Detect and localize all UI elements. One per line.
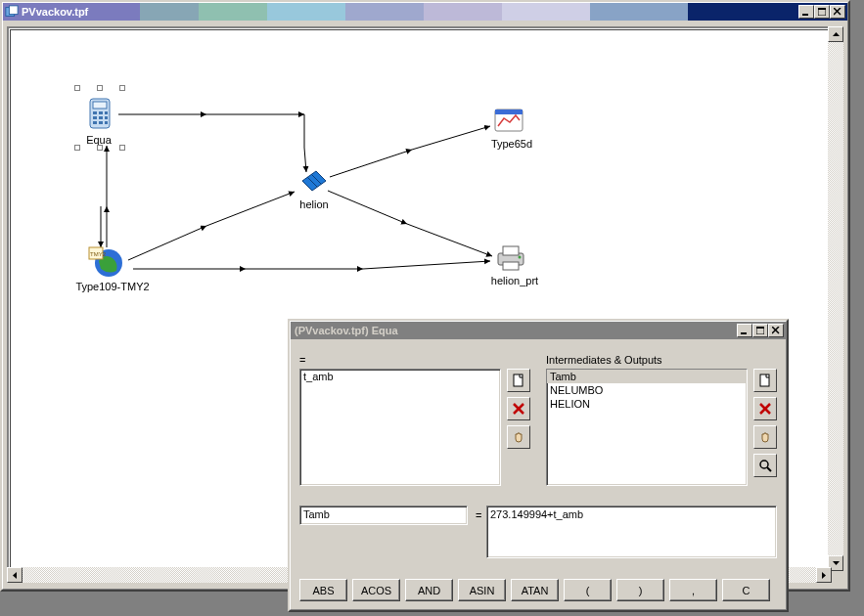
- equa-close-button[interactable]: [768, 324, 784, 337]
- fn-atan-button[interactable]: ATAN: [511, 579, 559, 601]
- svg-marker-46: [833, 32, 840, 36]
- svg-line-57: [514, 404, 523, 414]
- svg-rect-31: [93, 121, 97, 124]
- svg-rect-4: [818, 8, 826, 10]
- node-type109-label: Type109-TMY2: [64, 281, 161, 292]
- globe-icon: TMY2: [87, 243, 126, 279]
- node-helion-prt-label: helion_prt: [480, 275, 549, 286]
- fn-rparen-button[interactable]: ): [616, 579, 664, 601]
- new-input-button[interactable]: [507, 369, 530, 392]
- page-icon: [758, 374, 772, 387]
- hand-icon: [758, 430, 772, 444]
- list-item[interactable]: HELION: [547, 397, 747, 411]
- scroll-right-button[interactable]: [816, 567, 832, 583]
- svg-line-59: [760, 404, 770, 414]
- svg-rect-58: [760, 374, 769, 386]
- svg-rect-43: [503, 246, 519, 255]
- node-helion-label: helion: [293, 198, 336, 210]
- svg-rect-32: [99, 121, 103, 124]
- svg-line-18: [363, 261, 490, 269]
- svg-rect-52: [756, 327, 764, 329]
- svg-rect-33: [105, 121, 108, 124]
- delete-input-button[interactable]: [507, 397, 530, 420]
- svg-marker-49: [822, 572, 826, 579]
- svg-rect-29: [99, 116, 103, 119]
- scroll-up-button[interactable]: [828, 26, 843, 42]
- svg-marker-48: [13, 572, 17, 579]
- scroll-left-button[interactable]: [7, 567, 23, 583]
- fn-comma-button[interactable]: ,: [669, 579, 717, 601]
- chart-icon: [492, 107, 525, 136]
- inputs-listbox[interactable]: t_amb: [299, 369, 501, 486]
- svg-rect-24: [93, 102, 107, 109]
- svg-line-22: [407, 224, 492, 256]
- svg-marker-47: [833, 561, 840, 565]
- svg-line-15: [206, 192, 295, 226]
- svg-rect-51: [756, 327, 764, 334]
- equa-window: (PVvackov.tpf) Equa = t_amb Intermediate…: [288, 319, 789, 612]
- edit-input-button[interactable]: [507, 425, 530, 449]
- equa-maximize-button[interactable]: [752, 324, 768, 337]
- equa-titlebar[interactable]: (PVvackov.tpf) Equa: [291, 322, 786, 339]
- svg-text:TMY2: TMY2: [90, 251, 107, 257]
- svg-rect-44: [503, 262, 519, 270]
- svg-rect-28: [93, 116, 97, 119]
- list-item[interactable]: NELUMBO: [547, 383, 747, 397]
- panel-icon: [296, 167, 332, 198]
- equa-title: (PVvackov.tpf) Equa: [295, 325, 398, 336]
- list-item[interactable]: Tamb: [547, 370, 747, 383]
- list-item[interactable]: t_amb: [300, 370, 500, 383]
- svg-rect-3: [818, 8, 826, 16]
- minimize-button[interactable]: [798, 5, 814, 19]
- svg-rect-55: [514, 374, 523, 386]
- scroll-track[interactable]: [828, 42, 843, 555]
- inputs-label: =: [299, 354, 305, 366]
- close-button[interactable]: [830, 5, 845, 19]
- selection-handle[interactable]: [74, 145, 80, 151]
- selection-handle[interactable]: [119, 85, 125, 91]
- svg-line-62: [767, 467, 771, 471]
- selection-handle[interactable]: [74, 85, 80, 91]
- main-titlebar[interactable]: PVvackov.tpf: [3, 3, 847, 21]
- printer-icon: [494, 243, 527, 273]
- selection-handle[interactable]: [97, 145, 103, 151]
- equa-minimize-button[interactable]: [737, 324, 752, 337]
- fn-lparen-button[interactable]: (: [564, 579, 612, 601]
- selection-handle[interactable]: [97, 85, 103, 91]
- node-type65d-label: Type65d: [482, 138, 541, 150]
- delete-output-button[interactable]: [753, 397, 777, 420]
- new-output-button[interactable]: [753, 369, 777, 392]
- x-icon: [759, 403, 771, 415]
- maximize-button[interactable]: [814, 5, 830, 19]
- fn-clear-button[interactable]: C: [722, 579, 770, 601]
- vertical-scrollbar[interactable]: [828, 26, 843, 571]
- svg-line-6: [834, 8, 841, 15]
- calculator-icon: [85, 97, 114, 132]
- fn-abs-button[interactable]: ABS: [299, 579, 347, 601]
- svg-rect-1: [9, 6, 18, 15]
- search-icon: [758, 459, 772, 472]
- app-icon: [5, 5, 19, 19]
- x-icon: [513, 403, 524, 415]
- fn-and-button[interactable]: AND: [405, 579, 453, 601]
- expr-equals-label: =: [476, 509, 481, 521]
- expression-input[interactable]: 273.149994+t_amb: [486, 506, 777, 558]
- svg-line-21: [328, 191, 407, 224]
- svg-line-19: [330, 150, 412, 177]
- variable-name-input[interactable]: Tamb: [299, 506, 468, 525]
- svg-rect-26: [99, 111, 103, 114]
- svg-point-61: [760, 461, 768, 468]
- svg-line-60: [760, 404, 770, 414]
- svg-marker-37: [302, 171, 326, 191]
- svg-rect-30: [105, 116, 108, 119]
- svg-rect-41: [495, 110, 523, 114]
- outputs-listbox[interactable]: Tamb NELUMBO HELION: [546, 369, 748, 486]
- fn-acos-button[interactable]: ACOS: [352, 579, 400, 601]
- selection-handle[interactable]: [119, 145, 125, 151]
- svg-point-45: [519, 256, 522, 259]
- svg-line-20: [412, 126, 490, 150]
- main-title: PVvackov.tpf: [22, 6, 88, 18]
- find-output-button[interactable]: [753, 454, 777, 477]
- fn-asin-button[interactable]: ASIN: [458, 579, 506, 601]
- edit-output-button[interactable]: [753, 425, 777, 449]
